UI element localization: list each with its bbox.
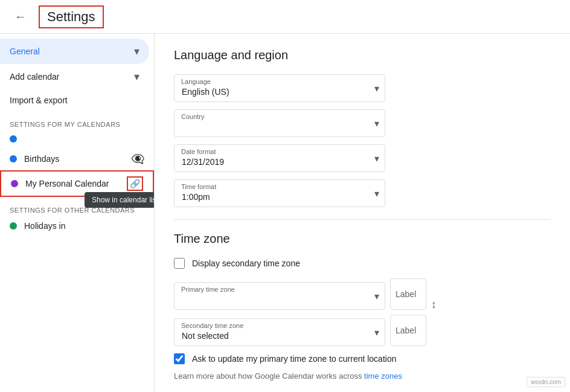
time-format-select[interactable]: 1:00pm [174,179,385,207]
secondary-tz-row: Secondary time zone Not selected Label [174,315,551,346]
calendar-dot-birthdays [10,155,17,162]
label2-text: Label [395,326,416,335]
main-content: General ▾ Add calendar ▾ Import & export… [0,34,570,392]
primary-tz-select[interactable] [174,282,385,310]
watermark: wsxdn.com [527,377,565,387]
add-calendar-label: Add calendar [10,72,132,82]
tooltip-show-calendar: Show in calendar list [85,192,155,208]
country-field: Country [174,109,551,137]
primary-tz-label-field[interactable]: Label [390,278,426,310]
back-button[interactable]: ← [10,5,31,28]
display-secondary-tz-label[interactable]: Display secondary time zone [192,259,300,268]
sidebar: General ▾ Add calendar ▾ Import & export… [0,34,155,392]
language-field: Language English (US) [174,74,551,102]
general-label: General [10,47,132,56]
label1-text: Label [395,289,416,299]
date-format-select[interactable]: 12/31/2019 [174,144,385,172]
calendar-dot-default [10,135,17,143]
secondary-tz-select-wrapper: Secondary time zone Not selected [174,318,385,346]
calendar-item-birthdays[interactable]: Birthdays 👁️‍🗨️ [0,147,154,170]
back-icon: ← [14,10,27,24]
my-calendars-title: Settings for my calendars [0,111,154,130]
calendar-dot-personal [11,180,18,187]
calendar-item-holidays[interactable]: Holidays in [0,216,154,236]
ask-update-tz-label[interactable]: Ask to update my primary time zone to cu… [192,354,396,364]
primary-tz-select-wrapper: Primary time zone [174,282,385,310]
sidebar-item-general[interactable]: General ▾ [0,39,149,64]
country-select[interactable] [174,109,385,137]
ask-update-tz-checkbox[interactable] [174,353,185,364]
display-secondary-tz-row: Display secondary time zone [174,258,551,269]
section-divider [174,219,551,220]
page-title: Settings [39,5,104,28]
birthdays-label: Birthdays [24,154,59,164]
personal-calendar-label: My Personal Calendar [25,179,109,188]
ask-update-tz-row: Ask to update my primary time zone to cu… [174,353,551,364]
sidebar-item-add-calendar[interactable]: Add calendar ▾ [0,64,149,89]
visibility-off-icon: 👁️‍🗨️ [131,152,144,165]
secondary-tz-label-field[interactable]: Label [390,315,426,346]
time-format-field: Time format 1:00pm [174,179,551,207]
time-zones-link[interactable]: time zones [364,371,402,381]
date-format-select-wrapper: Date format 12/31/2019 [174,144,385,172]
sidebar-item-import-export[interactable]: Import & export [0,89,149,111]
primary-tz-row: Primary time zone Label ↕ [174,278,551,310]
lang-region-title: Language and region [174,48,551,62]
swap-icon[interactable]: ↕ [431,299,437,310]
visibility-icon-personal[interactable]: 🔗 [127,176,143,191]
chevron-down-icon: ▾ [134,45,139,58]
calendar-dot-holidays [10,222,17,230]
date-format-field: Date format 12/31/2019 [174,144,551,172]
time-format-select-wrapper: Time format 1:00pm [174,179,385,207]
calendar-item-default[interactable] [0,130,154,147]
learn-more-row: Learn more about how Google Calendar wor… [174,371,551,381]
chevron-down-icon: ▾ [134,70,139,83]
learn-more-prefix: Learn more about how Google Calendar wor… [174,371,364,381]
secondary-tz-select[interactable]: Not selected [174,318,385,346]
app-container: ← Settings General ▾ Add calendar ▾ Impo… [0,0,570,392]
holidays-label: Holidays in [24,221,65,231]
lang-region-section: Language and region Language English (US… [174,48,551,207]
import-export-label: Import & export [10,95,139,105]
header: ← Settings [0,0,570,34]
right-panel: Language and region Language English (US… [155,34,570,392]
language-select[interactable]: English (US) [174,74,385,102]
display-secondary-tz-checkbox[interactable] [174,258,185,269]
country-select-wrapper: Country [174,109,385,137]
language-select-wrapper: Language English (US) [174,74,385,102]
time-zone-section: Time zone Display secondary time zone Pr… [174,232,551,381]
time-zone-title: Time zone [174,232,551,246]
